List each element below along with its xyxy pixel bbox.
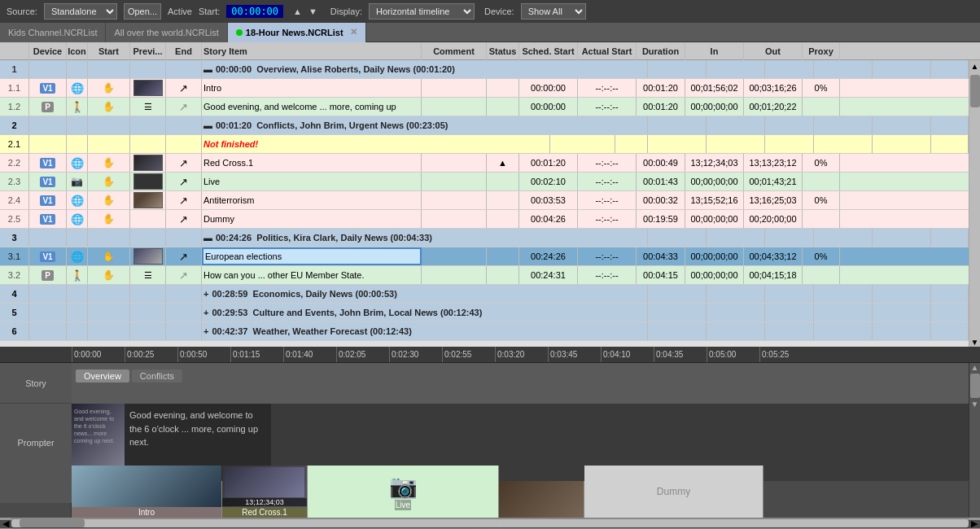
- tick-2: 0:00:50: [177, 347, 230, 363]
- tick-13: 0:05:25: [759, 347, 812, 363]
- device-badge: V1: [40, 195, 55, 206]
- group-row-3: 3 ▬ 00:24:26 Politics, Kira Clark, Daily…: [0, 229, 969, 247]
- tick-7: 0:02:55: [442, 347, 495, 363]
- source-select[interactable]: Standalone: [44, 3, 117, 20]
- intro-thumb-gradient: [72, 466, 221, 507]
- collapse-3[interactable]: ▬: [203, 233, 212, 243]
- scroll-up-btn[interactable]: ▲: [971, 62, 979, 71]
- live-label: Live: [395, 500, 411, 510]
- tick-4: 0:01:40: [283, 347, 336, 363]
- group-row-5: 5 + 00:29:53 Culture and Events, John Br…: [0, 304, 969, 322]
- story-item: How can you ... other EU Member State.: [202, 266, 422, 284]
- table-body[interactable]: 1 ▬ 00:00:00 Overview, Alise Roberts, Da…: [0, 60, 969, 347]
- globe-icon: 🌐: [71, 82, 84, 94]
- tab-world[interactable]: All over the world.NCRList: [106, 23, 227, 42]
- video-clip-live: 📷 Live: [308, 466, 499, 518]
- table-row: 2.2 V1 🌐 ✋ ↗ Red Cross.1 ▲ 00:01:20 --:-…: [0, 154, 969, 173]
- scroll-down-btn[interactable]: ▼: [971, 338, 979, 347]
- col-device: Device: [29, 42, 67, 60]
- tl-scroll-up[interactable]: ▲: [969, 363, 980, 372]
- group-row-1: 1 ▬ 00:00:00 Overview, Alise Roberts, Da…: [0, 60, 969, 79]
- active-label: Active: [168, 7, 192, 16]
- collapse-1[interactable]: ▬: [203, 64, 212, 74]
- col-story: Story Item: [202, 42, 422, 60]
- story-tab-overview[interactable]: Overview: [76, 369, 129, 383]
- globe-icon: 🌐: [71, 251, 84, 263]
- group-row-6: 6 + 00:42:37 Weather, Weather Forecast (…: [0, 322, 969, 341]
- intro-label: Intro: [72, 507, 221, 518]
- device-select[interactable]: Show All: [521, 3, 586, 20]
- device-badge: V1: [40, 177, 55, 187]
- thumbnail: [133, 248, 163, 264]
- tab-news[interactable]: 18-Hour News.NCRList ✕: [228, 23, 366, 42]
- tl-scroll-down[interactable]: ▼: [969, 400, 980, 409]
- tabs-bar: Kids Channel.NCRList All over the world.…: [0, 23, 980, 42]
- timeline-area: 0:00:00 0:00:25 0:00:50 0:01:15 0:01:40 …: [0, 347, 980, 465]
- thumbnail: [133, 173, 163, 190]
- thumbnail: [133, 155, 163, 171]
- expand-5[interactable]: +: [203, 308, 208, 317]
- col-num: [0, 42, 29, 60]
- story-label: Story: [0, 363, 72, 404]
- story-item: Intro: [202, 79, 422, 97]
- col-icon: Icon: [67, 42, 88, 60]
- story-tab-conflicts[interactable]: Conflicts: [132, 369, 182, 383]
- vertical-scrollbar[interactable]: ▲ ▼: [969, 60, 980, 347]
- table-row-selected[interactable]: 3.1 V1 🌐 ✋ ↗ European elections 00:24:26…: [0, 247, 969, 266]
- tick-0: 0:00:00: [72, 347, 125, 363]
- timeline-vscroll[interactable]: ▲ ▼: [969, 363, 980, 503]
- thumbnail: [133, 80, 163, 96]
- spinner-up[interactable]: ▲: [293, 7, 302, 16]
- device-badge: V1: [40, 83, 55, 94]
- group-title-6: + 00:42:37 Weather, Weather Forecast (00…: [202, 322, 648, 340]
- lines-icon: ☰: [144, 102, 152, 112]
- collapse-2[interactable]: ▬: [203, 120, 212, 130]
- column-headers: Device Icon Start Previ... End Story Ite…: [0, 42, 980, 60]
- group-title-2: ▬ 00:01:20 Conflicts, John Brim, Urgent …: [202, 116, 648, 134]
- group-title-5: + 00:29:53 Culture and Events, John Brim…: [202, 304, 648, 321]
- timeline-ruler: 0:00:00 0:00:25 0:00:50 0:01:15 0:01:40 …: [0, 347, 980, 363]
- tick-3: 0:01:15: [230, 347, 283, 363]
- device-label: Device:: [484, 7, 514, 16]
- story-item: Antiterrorism: [202, 191, 422, 209]
- table-row: 1.1 V1 🌐 ✋ ↗ Intro 00:00:00 --:--:-- 00:…: [0, 79, 969, 98]
- hscroll-thumb[interactable]: [20, 519, 85, 527]
- story-item: Dummy: [202, 210, 422, 228]
- start-time: 00:00:00: [226, 5, 283, 18]
- scroll-thumb[interactable]: [970, 75, 980, 107]
- group-title-1: ▬ 00:00:00 Overview, Alise Roberts, Dail…: [202, 60, 648, 78]
- story-tab-buttons: Overview Conflicts: [72, 363, 969, 383]
- tick-5: 0:02:05: [336, 347, 389, 363]
- device-badge: V1: [40, 214, 55, 225]
- toolbar: Source: Standalone Open... Active Start:…: [0, 0, 980, 23]
- dummy-label: Dummy: [584, 466, 763, 518]
- live-camera-icon: 📷: [389, 473, 418, 500]
- table-row: 1.2 P 🚶 ✋ ☰ ↗ Good evening, and welcome …: [0, 98, 969, 116]
- table-row: 2.3 V1 📷 ✋ ↗ Live 00:02:10 --:--:-- 00:0…: [0, 173, 969, 191]
- tab-close-icon[interactable]: ✕: [350, 27, 357, 37]
- person-icon: 🚶: [71, 269, 84, 282]
- display-select[interactable]: Horizontal timeline: [369, 3, 475, 20]
- col-start: Start: [88, 42, 130, 60]
- col-out: Out: [744, 42, 803, 60]
- bottom-hscrollbar[interactable]: ◀ ▶: [0, 518, 980, 529]
- video-clip-intro: Intro: [72, 466, 222, 518]
- tab-kids-label: Kids Channel.NCRList: [8, 28, 97, 37]
- redcross-thumb: 13;12;34;03: [222, 466, 307, 507]
- story-item: European elections: [202, 247, 422, 265]
- expand-6[interactable]: +: [203, 326, 208, 336]
- story-track: Overview Conflicts: [72, 363, 969, 404]
- col-actual: Actual Start: [578, 42, 637, 60]
- lines-icon: ☰: [144, 270, 152, 281]
- open-button[interactable]: Open...: [124, 3, 161, 20]
- col-dur: Duration: [637, 42, 685, 60]
- not-finished-row: 2.1 Not finished!: [0, 135, 969, 154]
- device-badge: V1: [40, 158, 55, 168]
- expand-4[interactable]: +: [203, 289, 208, 299]
- tab-news-label: 18-Hour News.NCRList: [246, 28, 343, 37]
- tl-scroll-thumb[interactable]: [970, 374, 980, 398]
- redcross-img: [225, 467, 304, 497]
- spinner-down[interactable]: ▼: [308, 7, 317, 16]
- tab-kids[interactable]: Kids Channel.NCRList: [0, 23, 106, 42]
- tick-11: 0:04:35: [654, 347, 707, 363]
